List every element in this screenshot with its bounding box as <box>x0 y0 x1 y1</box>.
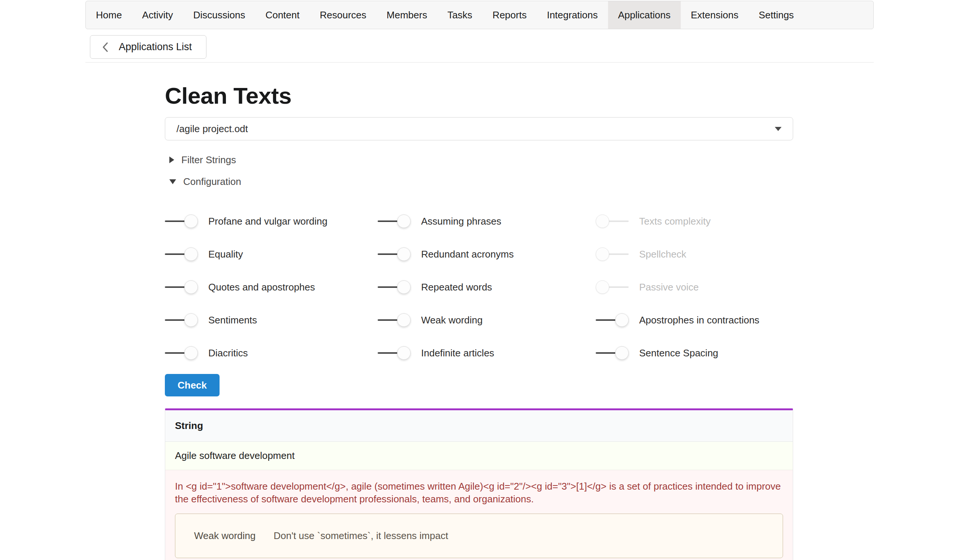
toggle-label: Diacritics <box>208 347 247 359</box>
results-panel: String Agile software development In <g … <box>165 409 793 560</box>
weak-wording-switch[interactable] <box>378 313 411 327</box>
profane-and-vulgar-wording-switch[interactable] <box>165 214 198 228</box>
file-select[interactable]: /agile project.odt <box>165 117 793 140</box>
toggle-label: Sentiments <box>208 314 257 326</box>
configuration-section-toggle[interactable]: Configuration <box>165 173 793 190</box>
toggle-row-sentiments: Sentiments <box>165 304 378 337</box>
nav-tab-discussions[interactable]: Discussions <box>183 1 255 29</box>
toggle-row-spellcheck: Spellcheck <box>596 238 793 271</box>
spellcheck-switch[interactable] <box>596 247 629 261</box>
nav-tab-settings[interactable]: Settings <box>748 1 804 29</box>
toggle-knob <box>615 346 629 360</box>
toggle-label: Assuming phrases <box>421 215 501 227</box>
toggle-row-repeated-words: Repeated words <box>378 271 596 304</box>
configuration-label: Configuration <box>183 176 241 187</box>
redundant-acronyms-switch[interactable] <box>378 247 411 261</box>
nav-tab-activity[interactable]: Activity <box>132 1 183 29</box>
toggle-row-diacritics: Diacritics <box>165 337 378 370</box>
warning-message: Don't use `sometimes`, it lessens impact <box>274 530 448 542</box>
quotes-and-apostrophes-switch[interactable] <box>165 280 198 294</box>
chevron-down-icon <box>775 127 781 131</box>
main-content: Clean Texts /agile project.odt Filter St… <box>165 83 793 560</box>
passive-voice-switch[interactable] <box>596 280 629 294</box>
sentiments-switch[interactable] <box>165 313 198 327</box>
toggle-row-weak-wording: Weak wording <box>378 304 596 337</box>
nav-tab-extensions[interactable]: Extensions <box>681 1 748 29</box>
assuming-phrases-switch[interactable] <box>378 214 411 228</box>
toggle-label: Texts complexity <box>639 215 711 227</box>
toggle-knob <box>184 280 198 294</box>
repeated-words-switch[interactable] <box>378 280 411 294</box>
toggle-knob <box>596 214 609 228</box>
toggle-row-passive-voice: Passive voice <box>596 271 793 304</box>
toggle-label: Weak wording <box>421 314 482 326</box>
result-string-row: Agile software development <box>165 442 793 470</box>
warning-rule-label: Weak wording <box>194 530 255 542</box>
toggle-label: Quotes and apostrophes <box>208 281 315 293</box>
diacritics-switch[interactable] <box>165 346 198 360</box>
toggle-knob <box>397 346 411 360</box>
toggle-row-sentence-spacing: Sentence Spacing <box>596 337 793 370</box>
toggle-knob <box>184 247 198 261</box>
result-error-row: In <g id="1">software development</g>, a… <box>165 470 793 560</box>
toggle-label: Equality <box>208 248 243 260</box>
toggle-knob <box>184 313 198 327</box>
toggle-row-profane-and-vulgar-wording: Profane and vulgar wording <box>165 205 378 238</box>
texts-complexity-switch[interactable] <box>596 214 629 228</box>
toggle-knob <box>596 280 609 294</box>
back-row: Applications List <box>90 35 955 59</box>
toggle-row-quotes-and-apostrophes: Quotes and apostrophes <box>165 271 378 304</box>
toggle-knob <box>397 247 411 261</box>
top-navigation: Home Activity Discussions Content Resour… <box>85 1 874 29</box>
nav-tab-members[interactable]: Members <box>377 1 437 29</box>
nav-tab-home[interactable]: Home <box>86 1 132 29</box>
nav-tab-reports[interactable]: Reports <box>482 1 537 29</box>
error-text: In <g id="1">software development</g>, a… <box>175 480 783 505</box>
toggle-knob <box>184 346 198 360</box>
toggle-row-apostrophes-in-contractions: Apostrophes in contractions <box>596 304 793 337</box>
toggle-knob <box>397 313 411 327</box>
applications-list-back-button[interactable]: Applications List <box>90 35 207 59</box>
nav-tab-integrations[interactable]: Integrations <box>537 1 608 29</box>
toggle-knob <box>184 214 198 228</box>
nav-tab-resources[interactable]: Resources <box>310 1 377 29</box>
chevron-left-icon <box>102 42 109 53</box>
filter-strings-label: Filter Strings <box>181 154 236 166</box>
configuration-toggles: Profane and vulgar wording Equality Quot… <box>165 205 793 370</box>
nav-tab-tasks[interactable]: Tasks <box>437 1 482 29</box>
equality-switch[interactable] <box>165 247 198 261</box>
header-divider <box>85 62 874 62</box>
toggle-row-redundant-acronyms: Redundant acronyms <box>378 238 596 271</box>
results-header-label: String <box>175 420 203 432</box>
check-button[interactable]: Check <box>165 374 219 396</box>
toggle-label: Repeated words <box>421 281 492 293</box>
triangle-right-icon <box>169 156 174 163</box>
triangle-down-icon <box>169 179 176 184</box>
results-table-header: String <box>165 410 793 442</box>
toggle-row-indefinite-articles: Indefinite articles <box>378 337 596 370</box>
toggle-label: Sentence Spacing <box>639 347 718 359</box>
result-string-title: Agile software development <box>175 450 294 462</box>
sentence-spacing-switch[interactable] <box>596 346 629 360</box>
toggle-label: Indefinite articles <box>421 347 494 359</box>
back-button-label: Applications List <box>119 41 192 53</box>
warning-box: Weak wording Don't use `sometimes`, it l… <box>175 513 783 558</box>
toggle-label: Profane and vulgar wording <box>208 215 327 227</box>
toggle-knob <box>397 280 411 294</box>
nav-tab-content[interactable]: Content <box>255 1 310 29</box>
toggle-label: Apostrophes in contractions <box>639 314 759 326</box>
toggle-row-assuming-phrases: Assuming phrases <box>378 205 596 238</box>
filter-strings-section-toggle[interactable]: Filter Strings <box>165 151 793 168</box>
nav-tab-applications[interactable]: Applications <box>608 1 681 29</box>
apostrophes-in-contractions-switch[interactable] <box>596 313 629 327</box>
toggle-knob <box>397 214 411 228</box>
toggle-row-texts-complexity: Texts complexity <box>596 205 793 238</box>
indefinite-articles-switch[interactable] <box>378 346 411 360</box>
toggle-knob <box>596 247 609 261</box>
page-title: Clean Texts <box>165 83 793 108</box>
toggle-label: Spellcheck <box>639 248 686 260</box>
file-select-value: /agile project.odt <box>177 123 248 135</box>
toggle-knob <box>615 313 629 327</box>
toggle-row-equality: Equality <box>165 238 378 271</box>
toggle-label: Passive voice <box>639 281 699 293</box>
